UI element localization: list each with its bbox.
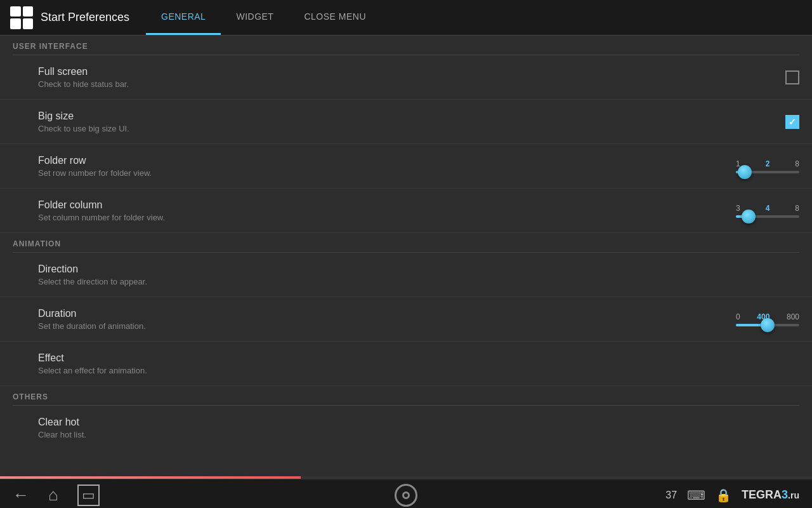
checkbox-full-screen[interactable] [785,70,799,84]
recents-button[interactable]: ▭ [77,485,100,506]
nav-right: 37 ⌨ 🔒 TEGRA3.ru [665,488,799,503]
pref-control-duration: 0 400 800 [730,312,799,326]
pref-row-duration: Duration Set the duration of animation. … [0,297,812,342]
pref-control-folder-column: 3 4 8 [730,204,799,218]
pref-row-clear-hot[interactable]: Clear hot Clear hot list. [0,406,812,450]
progress-fill [0,476,301,479]
pref-text-full-screen: Full screen Check to hide status bar. [38,66,736,89]
progress-bar [0,476,812,479]
slider-max-folder-column: 8 [795,204,799,213]
slider-track-folder-column[interactable] [736,215,799,218]
pref-title-effect: Effect [38,352,736,364]
pref-control-full-screen [736,70,799,84]
pref-title-direction: Direction [38,264,736,275]
slider-thumb-duration[interactable] [761,318,775,332]
slider-current-folder-row: 2 [766,159,770,168]
section-header-others: OTHERS [0,386,812,405]
topbar: Start Preferences GENERAL WIDGET CLOSE M… [0,0,812,36]
slider-track-duration[interactable] [736,324,799,326]
slider-thumb-folder-column[interactable] [742,210,756,224]
pref-subtitle-big-size: Check to use big size UI. [38,124,736,133]
pref-text-duration: Duration Set the duration of animation. [38,308,730,331]
app-icon [10,6,33,29]
nav-center [395,484,417,507]
pref-subtitle-effect: Select an effect for animation. [38,366,736,375]
pref-subtitle-clear-hot: Clear hot list. [38,430,736,439]
slider-track-folder-row[interactable] [736,171,799,173]
slider-current-folder-column: 4 [766,204,770,213]
brand-ru: .ru [788,490,799,500]
slider-duration[interactable]: 0 400 800 [730,312,799,326]
checkbox-big-size[interactable] [785,115,799,129]
nav-left: ← ⌂ ▭ [13,485,100,506]
brand-num: 3 [782,488,788,501]
pref-control-folder-row: 1 2 8 [730,159,799,173]
pref-title-clear-hot: Clear hot [38,417,736,428]
tab-close-menu[interactable]: CLOSE MENU [289,0,381,35]
pref-title-big-size: Big size [38,110,736,122]
home-circle-button[interactable] [395,484,417,507]
pref-text-direction: Direction Select the direction to appear… [38,264,736,286]
pref-subtitle-duration: Set the duration of animation. [38,321,730,331]
tab-widget[interactable]: WIDGET [221,0,289,35]
pref-title-duration: Duration [38,308,730,319]
brand-text: TEGRA3.ru [742,488,799,502]
slider-max-duration: 800 [787,312,799,321]
slider-folder-column[interactable]: 3 4 8 [730,204,799,218]
slider-folder-row[interactable]: 1 2 8 [730,159,799,173]
pref-subtitle-direction: Select the direction to appear. [38,277,736,286]
pref-row-effect: Effect Select an effect for animation. [0,342,812,386]
section-header-animation: ANIMATION [0,233,812,252]
back-button[interactable]: ← [13,485,29,505]
app-title: Start Preferences [41,11,129,24]
slider-min-duration: 0 [736,312,740,321]
pref-text-clear-hot: Clear hot Clear hot list. [38,417,736,439]
app-logo: Start Preferences [0,0,146,35]
section-header-user-interface: USER INTERFACE [0,36,812,55]
tab-general[interactable]: GENERAL [146,0,221,35]
pref-row-big-size: Big size Check to use big size UI. [0,100,812,144]
keyboard-icon: ⌨ [687,488,705,503]
home-circle-inner [402,491,410,499]
pref-row-full-screen: Full screen Check to hide status bar. [0,55,812,100]
slider-min-folder-column: 3 [736,204,740,213]
lock-icon: 🔒 [716,488,731,503]
slider-max-folder-row: 8 [795,159,799,168]
pref-text-effect: Effect Select an effect for animation. [38,352,736,375]
pref-text-folder-row: Folder row Set row number for folder vie… [38,155,730,178]
brand-tegra: TEGRA [742,488,782,501]
pref-row-folder-row: Folder row Set row number for folder vie… [0,144,812,189]
pref-text-folder-column: Folder column Set column number for fold… [38,199,730,222]
battery-count: 37 [665,490,677,501]
slider-thumb-folder-row[interactable] [738,165,752,179]
pref-subtitle-full-screen: Check to hide status bar. [38,79,736,89]
content-area: USER INTERFACE Full screen Check to hide… [0,36,812,476]
pref-subtitle-folder-column: Set column number for folder view. [38,213,730,222]
pref-control-big-size [736,115,799,129]
pref-subtitle-folder-row: Set row number for folder view. [38,168,730,178]
pref-title-folder-row: Folder row [38,155,730,166]
pref-title-folder-column: Folder column [38,199,730,211]
pref-title-full-screen: Full screen [38,66,736,77]
pref-row-direction: Direction Select the direction to appear… [0,253,812,297]
pref-text-big-size: Big size Check to use big size UI. [38,110,736,133]
pref-row-folder-column: Folder column Set column number for fold… [0,189,812,233]
brand-logo: TEGRA3.ru [742,488,799,502]
home-button[interactable]: ⌂ [48,485,58,505]
bottombar: ← ⌂ ▭ 37 ⌨ 🔒 TEGRA3.ru [0,479,812,508]
